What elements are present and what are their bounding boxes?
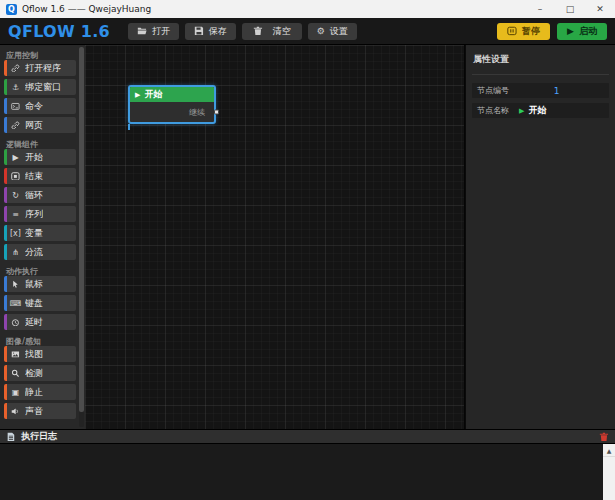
node-name-field[interactable]: ▶ 开始 (519, 104, 546, 117)
sidebar-item-loop[interactable]: ↻ 循环 (4, 187, 76, 203)
maximize-button[interactable]: □ (555, 0, 585, 18)
sidebar-item-sequence[interactable]: ≡ 序列 (4, 206, 76, 222)
save-icon (194, 26, 204, 36)
close-button[interactable]: ✕ (585, 0, 615, 18)
start-button-label: 启动 (579, 25, 597, 38)
log-header-bar: 执行日志 (0, 429, 615, 443)
category-logic: 逻辑组件 (0, 136, 85, 149)
sidebar-item-bind-window[interactable]: ⚓ 绑定窗口 (4, 79, 76, 95)
clear-button-label: 清空 (273, 25, 291, 38)
clear-button[interactable]: 清空 (242, 23, 302, 40)
window-controls: – □ ✕ (525, 0, 615, 18)
sidebar-item-label: 开始 (25, 151, 43, 164)
clear-log-button[interactable] (599, 432, 609, 442)
keyboard-icon: ⌨ (10, 299, 21, 308)
sidebar-item-label: 循环 (25, 189, 43, 202)
anchor-icon: ⚓ (10, 83, 21, 92)
sidebar-item-label: 找图 (25, 348, 43, 361)
log-title: 执行日志 (21, 430, 57, 443)
folder-open-icon (137, 26, 147, 36)
sidebar-item-label: 命令 (25, 100, 43, 113)
app-logo: QFLOW 1.6 (8, 22, 110, 41)
component-sidebar: 应用控制 打开程序 ⚓ 绑定窗口 命令 网页 逻辑组件 ▶ 开始 结束 ↻ 循环 (0, 45, 85, 429)
start-button[interactable]: ▶ 启动 (557, 23, 607, 40)
stop-icon (10, 172, 21, 181)
category-app-control: 应用控制 (0, 47, 85, 60)
minimize-button[interactable]: – (525, 0, 555, 18)
link-icon (10, 121, 21, 130)
window-title: Qflow 1.6 —— QwejayHuang (22, 4, 151, 14)
terminal-icon (10, 102, 21, 111)
sidebar-item-open-program[interactable]: 打开程序 (4, 60, 76, 76)
gear-icon: ⚙ (317, 26, 325, 36)
node-output-port[interactable] (214, 110, 219, 115)
sidebar-item-detect[interactable]: 检测 (4, 365, 76, 381)
sidebar-scrollbar-thumb[interactable] (79, 47, 84, 412)
properties-panel: 属性设置 节点编号 1 节点名称 ▶ 开始 (465, 45, 615, 429)
timer-icon (10, 318, 21, 327)
sidebar-item-webpage[interactable]: 网页 (4, 117, 76, 133)
property-row-node-id: 节点编号 1 (472, 83, 609, 98)
play-icon: ▶ (519, 107, 524, 115)
properties-title: 属性设置 (472, 51, 609, 75)
loop-icon: ↻ (10, 191, 21, 200)
sidebar-item-end[interactable]: 结束 (4, 168, 76, 184)
sidebar-item-branch[interactable]: ⋔ 分流 (4, 244, 76, 260)
magnifier-icon (10, 369, 21, 378)
node-name-value: 开始 (528, 104, 546, 117)
property-row-node-name: 节点名称 ▶ 开始 (472, 103, 609, 118)
node-name-label: 节点名称 (477, 105, 509, 116)
category-actions: 动作执行 (0, 263, 85, 276)
sidebar-item-command[interactable]: 命令 (4, 98, 76, 114)
sidebar-item-delay[interactable]: 延时 (4, 314, 76, 330)
sidebar-item-still[interactable]: ▣ 静止 (4, 384, 76, 400)
save-button[interactable]: 保存 (185, 23, 236, 40)
node-header[interactable]: ▶ 开始 (130, 87, 214, 102)
sidebar-item-start[interactable]: ▶ 开始 (4, 149, 76, 165)
open-button-label: 打开 (152, 25, 170, 38)
settings-button[interactable]: ⚙ 设置 (308, 23, 357, 40)
settings-button-label: 设置 (330, 25, 348, 38)
sidebar-item-sound[interactable]: 声音 (4, 403, 76, 419)
log-icon (6, 432, 16, 442)
log-scrollbar[interactable]: ▲ (603, 444, 615, 500)
pause-icon (507, 26, 517, 36)
sequence-icon: ≡ (10, 210, 21, 219)
sidebar-item-find-image[interactable]: 找图 (4, 346, 76, 362)
category-perception: 图像/感知 (0, 333, 85, 346)
play-icon: ▶ (567, 26, 574, 36)
sidebar-item-label: 延时 (25, 316, 43, 329)
node-selection-handle (128, 124, 130, 130)
sidebar-item-label: 键盘 (25, 297, 43, 310)
flow-canvas[interactable]: ▶ 开始 继续 (85, 45, 465, 429)
sidebar-item-label: 网页 (25, 119, 43, 132)
node-id-label: 节点编号 (477, 85, 509, 96)
app-header: QFLOW 1.6 打开 保存 清空 ⚙ 设置 暂停 ▶ 启动 (0, 18, 615, 45)
sidebar-scrollbar[interactable] (79, 47, 84, 427)
window-titlebar: Q Qflow 1.6 —— QwejayHuang – □ ✕ (0, 0, 615, 18)
sidebar-item-label: 结束 (25, 170, 43, 183)
variable-icon: [x] (10, 229, 21, 238)
trash-icon (253, 26, 263, 36)
sidebar-item-mouse[interactable]: 鼠标 (4, 276, 76, 292)
image-icon (10, 350, 21, 359)
speaker-icon (10, 407, 21, 416)
sidebar-item-label: 静止 (25, 386, 43, 399)
node-title: 开始 (144, 88, 162, 101)
sidebar-item-label: 声音 (25, 405, 43, 418)
node-id-field[interactable]: 1 (509, 86, 604, 96)
sidebar-item-label: 变量 (25, 227, 43, 240)
main-area: 应用控制 打开程序 ⚓ 绑定窗口 命令 网页 逻辑组件 ▶ 开始 结束 ↻ 循环 (0, 45, 615, 429)
node-start[interactable]: ▶ 开始 继续 (128, 85, 216, 124)
pause-button[interactable]: 暂停 (497, 23, 550, 40)
sidebar-item-variable[interactable]: [x] 变量 (4, 225, 76, 241)
log-output-area: ▲ (0, 443, 615, 500)
node-output-label: 继续 (189, 107, 205, 118)
scroll-up-button[interactable]: ▲ (603, 444, 615, 457)
sidebar-item-label: 鼠标 (25, 278, 43, 291)
pause-button-label: 暂停 (522, 25, 540, 38)
sidebar-item-keyboard[interactable]: ⌨ 键盘 (4, 295, 76, 311)
open-button[interactable]: 打开 (128, 23, 179, 40)
sidebar-item-label: 序列 (25, 208, 43, 221)
still-icon: ▣ (10, 388, 21, 397)
